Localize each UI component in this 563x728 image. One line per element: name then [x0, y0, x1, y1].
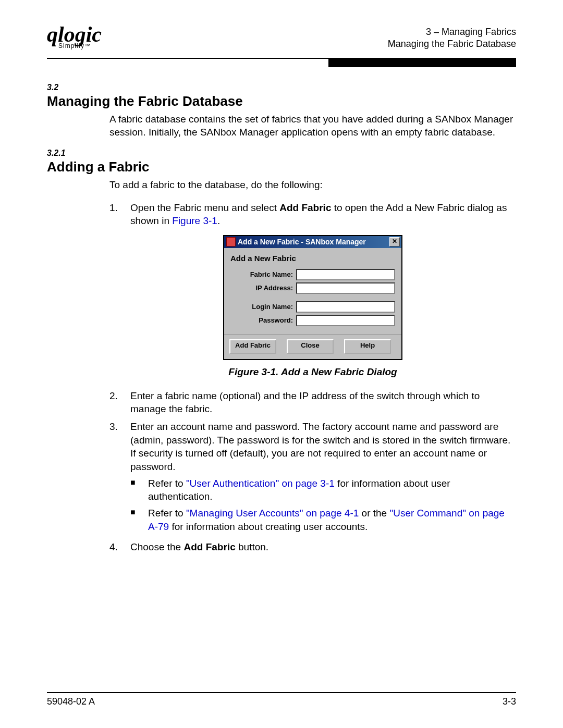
- footer-doc-id: 59048-02 A: [47, 696, 95, 707]
- qlogic-logo: qlogic Simplify™: [47, 26, 102, 48]
- bullet-icon: ■: [130, 507, 148, 533]
- step-1-text: Open the Fabric menu and select Add Fabr…: [130, 201, 516, 228]
- step-1-number: 1.: [109, 201, 130, 228]
- user-auth-link[interactable]: "User Authentication" on page 3-1: [186, 478, 335, 489]
- step-2-number: 2.: [109, 389, 130, 416]
- help-button[interactable]: Help: [344, 339, 391, 354]
- section-title-managing-database: Managing the Fabric Database: [47, 93, 516, 109]
- fabric-name-label: Fabric Name:: [230, 270, 296, 279]
- bullet-2: ■ Refer to "Managing User Accounts" on p…: [130, 507, 516, 533]
- header-line2: Managing the Fabric Database: [388, 38, 516, 50]
- step-2: 2. Enter a fabric name (optional) and th…: [109, 389, 516, 416]
- figure-3-1-link[interactable]: Figure 3-1: [172, 215, 217, 226]
- step-2-text: Enter a fabric name (optional) and the I…: [130, 389, 516, 416]
- bullet-2-text: Refer to "Managing User Accounts" on pag…: [148, 507, 516, 533]
- header-line1: 3 – Managing Fabrics: [388, 26, 516, 38]
- dialog-button-row: Add Fabric Close Help: [224, 335, 401, 359]
- bullet-1-text: Refer to "User Authentication" on page 3…: [148, 477, 516, 503]
- dialog-heading: Add a New Fabric: [230, 253, 395, 264]
- fabric-name-row: Fabric Name:: [230, 269, 395, 280]
- ip-address-input[interactable]: [296, 282, 395, 294]
- step-4-number: 4.: [109, 540, 130, 554]
- page-header: qlogic Simplify™ 3 – Managing Fabrics Ma…: [47, 26, 516, 55]
- page-content: 3.2 Managing the Fabric Database A fabri…: [47, 67, 516, 554]
- bullet-1: ■ Refer to "User Authentication" on page…: [130, 477, 516, 503]
- document-page: qlogic Simplify™ 3 – Managing Fabrics Ma…: [0, 0, 563, 728]
- fabric-name-input[interactable]: [296, 269, 395, 280]
- step-4: 4. Choose the Add Fabric button.: [109, 540, 516, 554]
- login-name-input[interactable]: [296, 301, 395, 313]
- ip-address-label: IP Address:: [230, 283, 296, 293]
- step-4-text: Choose the Add Fabric button.: [130, 540, 516, 554]
- ip-address-row: IP Address:: [230, 282, 395, 294]
- step-1: 1. Open the Fabric menu and select Add F…: [109, 201, 516, 228]
- bullet-icon: ■: [130, 477, 148, 503]
- section-number-3.2: 3.2: [47, 83, 516, 92]
- password-row: Password:: [230, 315, 395, 326]
- add-fabric-dialog: Add a New Fabric - SANbox Manager ✕ Add …: [223, 235, 402, 360]
- login-name-label: Login Name:: [230, 302, 296, 312]
- step-3: 3. Enter an account name and password. T…: [109, 420, 516, 536]
- section2-intro: To add a fabric to the database, do the …: [109, 178, 516, 192]
- managing-accounts-link[interactable]: "Managing User Accounts" on page 4-1: [186, 508, 359, 519]
- section-number-3.2.1: 3.2.1: [47, 149, 516, 158]
- dialog-titlebar: Add a New Fabric - SANbox Manager ✕: [224, 236, 401, 248]
- password-label: Password:: [230, 316, 296, 325]
- footer-page-number: 3-3: [503, 696, 516, 707]
- page-footer: 59048-02 A 3-3: [47, 692, 516, 707]
- step-3-number: 3.: [109, 420, 130, 536]
- dialog-title: Add a New Fabric - SANbox Manager: [238, 237, 366, 247]
- login-name-row: Login Name:: [230, 301, 395, 313]
- figure-3-1: Add a New Fabric - SANbox Manager ✕ Add …: [109, 235, 516, 379]
- app-icon: [226, 237, 236, 246]
- dialog-body: Add a New Fabric Fabric Name: IP Address…: [224, 248, 401, 335]
- password-input[interactable]: [296, 315, 395, 326]
- header-rule: [47, 58, 516, 67]
- header-chapter-info: 3 – Managing Fabrics Managing the Fabric…: [388, 26, 516, 51]
- figure-caption: Figure 3-1. Add a New Fabric Dialog: [109, 365, 516, 379]
- step-3-text: Enter an account name and password. The …: [130, 420, 516, 536]
- steps-list: 1. Open the Fabric menu and select Add F…: [109, 201, 516, 554]
- add-fabric-button[interactable]: Add Fabric: [229, 339, 276, 354]
- close-icon[interactable]: ✕: [389, 237, 400, 246]
- section-title-adding-fabric: Adding a Fabric: [47, 159, 516, 175]
- section1-body: A fabric database contains the set of fa…: [109, 113, 516, 139]
- close-button[interactable]: Close: [287, 339, 334, 354]
